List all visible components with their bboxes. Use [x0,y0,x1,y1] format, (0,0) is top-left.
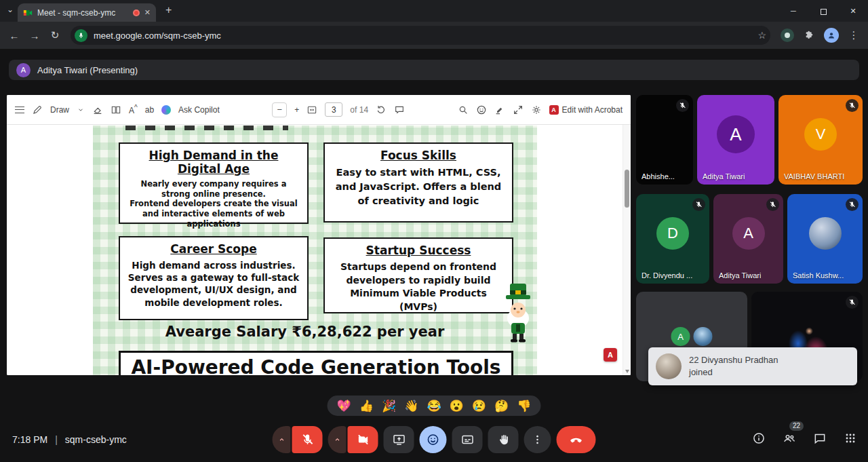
extensions-puzzle-icon[interactable] [804,30,814,41]
scrollbar-thumb[interactable] [625,170,629,208]
slide-page: High Demand in the Digital Age Nearly ev… [93,126,537,375]
window-close-button[interactable]: ✕ [838,0,868,22]
tab-close-icon[interactable]: ✕ [144,8,151,17]
participant-count-badge: 22 [789,421,804,431]
reactions-toggle-button[interactable] [420,426,447,453]
window-controls: ─ ✕ [778,0,868,22]
minimize-button[interactable]: ─ [778,0,808,22]
reaction-cry[interactable]: 😢 [472,400,486,412]
reaction-surprised[interactable]: 😮 [450,400,464,412]
meeting-details-button[interactable] [751,430,767,446]
mic-muted-icon [766,198,779,211]
tab-recording-indicator-icon [133,9,140,16]
text-size-icon[interactable]: A^ [129,104,138,115]
camera-control [328,426,378,453]
pen-tool-icon[interactable] [32,104,43,115]
search-icon[interactable] [458,104,469,115]
tab-search-chevron-icon[interactable]: ⌄ [7,5,14,14]
participant-avatar: A [717,115,755,153]
more-options-button[interactable] [524,426,551,453]
mic-options-chevron[interactable] [273,426,291,453]
draw-tool-label[interactable]: Draw [50,105,69,115]
settings-gear-icon[interactable] [531,104,542,115]
leprechaun-clipart [497,282,539,345]
participant-tile[interactable]: V VAIBHAV BHARTI [778,95,863,185]
page-split-view-icon[interactable] [111,104,121,115]
reaction-thumbs-up[interactable]: 👍 [359,400,374,412]
presenting-banner: A Aditya Tiwari (Presenting) [9,60,859,80]
browser-menu-kebab-icon[interactable]: ⋮ [844,29,864,41]
forward-button[interactable]: → [24,30,45,41]
rotate-icon[interactable] [376,104,387,115]
extension-circle-icon[interactable] [781,28,794,42]
activities-grid-button[interactable] [842,430,859,446]
highlight-icon[interactable] [494,104,505,115]
browser-tab[interactable]: Meet - sqm-cseb-ymc ✕ [18,3,156,22]
reaction-thumbs-down[interactable]: 👎 [517,400,531,412]
participant-name: Aditya Tiwari [719,271,761,280]
next-section-box: AI-Powered Code Generation Tools [119,351,513,375]
page-layout-icon[interactable] [394,104,405,115]
comment-icon[interactable] [476,104,487,115]
bookmark-star-icon[interactable]: ☆ [757,30,766,41]
shared-screen-pdf-viewer: Draw A^ ab Ask Copilot − + 3 of 14 [7,95,631,375]
reaction-heart[interactable]: 💖 [337,400,351,412]
slide-box-body: Startups depend on frontend developers t… [331,261,506,313]
camera-off-button[interactable] [348,426,378,453]
participants-button[interactable]: 22 [781,430,797,446]
participant-name: Abhishe... [642,172,675,180]
zoom-out-button[interactable]: − [272,102,287,117]
pdf-toolbar: Draw A^ ab Ask Copilot − + 3 of 14 [7,95,631,125]
slide-box-startup-success: Startup Success Startups depend on front… [323,237,513,313]
mic-muted-icon [692,198,705,211]
profile-avatar[interactable] [824,28,839,43]
reaction-laugh[interactable]: 😂 [427,400,441,412]
present-screen-button[interactable] [384,426,414,453]
mic-mute-button[interactable] [292,426,323,453]
participant-tile[interactable]: A Aditya Tiwari [713,194,783,284]
participant-avatar: A [732,217,765,250]
reload-button[interactable]: ↻ [45,29,65,41]
pdf-scrollbar[interactable] [623,125,631,375]
edit-with-acrobat-button[interactable]: A Edit with Acrobat [549,105,623,115]
mic-muted-icon [846,99,859,112]
reaction-clap[interactable]: 👋 [404,400,418,412]
reaction-thinking[interactable]: 🤔 [494,400,509,412]
scroll-down-arrow-icon[interactable] [625,370,629,373]
end-call-button[interactable] [557,426,596,453]
fit-to-width-icon[interactable] [307,104,317,115]
back-button[interactable]: ← [4,30,24,41]
chat-button[interactable] [812,430,828,446]
page-number-input[interactable]: 3 [325,102,342,117]
new-tab-button[interactable]: + [165,4,172,16]
captions-button[interactable] [452,426,483,453]
participant-tile[interactable]: A Aditya Tiwari [697,95,774,185]
slide-box-title: High Demand in the Digital Age [126,149,301,176]
address-bar[interactable]: meet.google.com/sqm-cseb-ymc ☆ [71,26,770,45]
zoom-in-button[interactable]: + [294,105,299,115]
reaction-party[interactable]: 🎉 [382,400,396,412]
next-section-title: AI-Powered Code Generation Tools [121,356,511,375]
mic-in-use-icon[interactable] [75,29,87,42]
mini-avatar-letter: A [671,327,690,346]
participant-name: Satish Kushw... [793,271,844,280]
salary-line: Avearge Salary ₹6,28,622 per year [93,324,517,340]
draw-dropdown-chevron-icon[interactable] [77,106,85,114]
acrobat-float-icon[interactable]: A [604,348,617,362]
browser-navbar: ← → ↻ meet.google.com/sqm-cseb-ymc ☆ ⋮ [0,22,868,49]
slide-box-career-scope: Career Scope High demand across industri… [119,236,309,320]
maximize-button[interactable] [808,0,838,22]
fullscreen-expand-icon[interactable] [513,104,524,115]
page-count-label: of 14 [350,105,368,115]
raise-hand-button[interactable] [488,426,519,453]
eraser-icon[interactable] [92,104,103,115]
read-aloud-icon[interactable]: ab [145,105,154,115]
slide-box-body: Easy to start with HTML, CSS, and JavaSc… [331,166,506,208]
ask-copilot-button[interactable]: Ask Copilot [178,105,220,115]
participant-tile[interactable]: Satish Kushw... [787,194,863,284]
participant-tile[interactable]: Abhishe... [636,95,693,185]
camera-options-chevron[interactable] [328,426,347,453]
participant-tile[interactable]: D Dr. Divyendu ... [636,194,709,284]
toc-menu-icon[interactable] [15,107,24,113]
url-text[interactable]: meet.google.com/sqm-cseb-ymc [94,31,221,41]
